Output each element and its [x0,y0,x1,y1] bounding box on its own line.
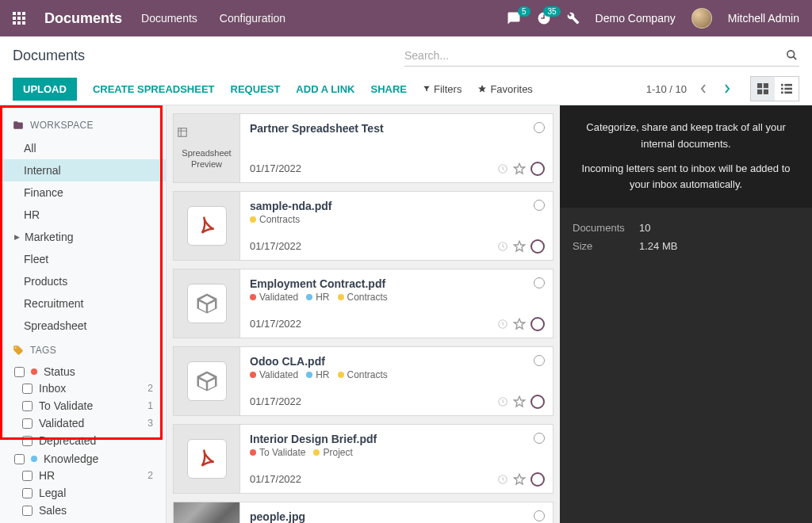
svg-rect-19 [781,92,783,94]
sidebar-item-marketing[interactable]: ▶Marketing [0,226,166,248]
checkbox[interactable] [22,436,33,446]
doc-thumb [174,502,240,523]
search-icon[interactable] [784,49,799,61]
color-dot-icon [306,372,312,378]
tag-item[interactable]: Deprecated [0,432,166,449]
checkbox[interactable] [22,488,33,498]
sidebar-item-internal[interactable]: Internal [0,159,166,181]
select-radio[interactable] [534,433,545,444]
tags-section-head: TAGS [0,337,166,362]
star-icon[interactable] [513,162,526,175]
page-title: Documents [13,48,85,64]
doc-card[interactable]: Employment Contract.pdf ValidatedHRContr… [173,269,553,338]
color-dot-icon [31,368,37,375]
tag-count: 2 [147,383,153,394]
share-button[interactable]: SHARE [371,83,408,95]
svg-rect-18 [784,88,792,90]
view-switch [750,76,799,101]
create-spreadsheet-button[interactable]: CREATE SPREADSHEET [93,83,215,95]
checkbox[interactable] [22,401,33,411]
pager-next-icon[interactable] [720,80,734,97]
activities-icon[interactable]: 35 [537,11,551,25]
sidebar-item-products[interactable]: Products [0,270,166,292]
checkbox[interactable] [22,471,33,481]
side-panel-intro: Categorize, share and keep track of all … [560,105,812,208]
favorites-toggle[interactable]: Favorites [477,83,532,95]
content-list: Spreadsheet Preview Partner Spreadsheet … [167,105,560,523]
tools-icon[interactable] [567,12,580,25]
user-name[interactable]: Mitchell Admin [728,12,799,25]
doc-card[interactable]: Spreadsheet Preview Partner Spreadsheet … [173,113,553,183]
sidebar-item-fleet[interactable]: Fleet [0,248,166,270]
view-kanban-icon[interactable] [751,77,775,101]
owner-avatar-icon[interactable] [530,395,545,409]
pager-prev-icon[interactable] [696,80,710,97]
doc-card[interactable]: sample-nda.pdf Contracts 01/17/2022 [173,191,553,261]
svg-rect-0 [13,12,16,15]
star-icon[interactable] [513,473,526,486]
clock-icon[interactable] [497,319,508,330]
brand-title: Documents [44,10,122,27]
checkbox[interactable] [22,418,33,429]
sidebar-item-all[interactable]: All [0,137,166,159]
view-list-icon[interactable] [775,77,799,101]
select-radio[interactable] [534,122,545,133]
tag-item[interactable]: Validated3 [0,414,166,432]
star-icon[interactable] [513,318,526,330]
apps-grid-icon[interactable] [13,12,25,25]
owner-avatar-icon[interactable] [530,472,545,487]
clock-icon[interactable] [497,396,508,407]
side-panel-stats: Documents 10 Size 1.24 MB [560,208,812,266]
select-radio[interactable] [534,510,545,521]
tag-item[interactable]: Inbox2 [0,380,166,397]
tag-group[interactable]: Knowledge [0,449,166,467]
sidebar-item-finance[interactable]: Finance [0,181,166,204]
company-name[interactable]: Demo Company [596,12,676,25]
nav-documents[interactable]: Documents [141,12,197,25]
select-radio[interactable] [534,277,545,288]
doc-name: Interior Design Brief.pdf [250,433,543,445]
checkbox[interactable] [22,384,33,394]
checkbox[interactable] [22,506,33,516]
request-button[interactable]: REQUEST [231,83,281,95]
doc-card[interactable]: Interior Design Brief.pdf To ValidatePro… [173,424,553,494]
tag-group[interactable]: Status [0,362,166,380]
sidebar-item-recruitment[interactable]: Recruitment [0,292,166,315]
doc-tag: HR [306,292,329,303]
tag-item[interactable]: HR2 [0,467,166,484]
sidebar-item-label: Spreadsheet [24,319,86,332]
checkbox[interactable] [14,454,25,464]
doc-name: sample-nda.pdf [250,200,543,212]
doc-card[interactable]: people.jpg [173,502,553,523]
add-link-button[interactable]: ADD A LINK [296,83,354,95]
upload-button[interactable]: UPLOAD [13,78,77,101]
sidebar-item-spreadsheet[interactable]: Spreadsheet [0,315,166,337]
select-radio[interactable] [534,355,545,366]
tag-item[interactable]: Legal [0,484,166,502]
select-radio[interactable] [534,200,545,211]
owner-avatar-icon[interactable] [530,317,545,331]
star-icon[interactable] [513,395,526,408]
clock-icon[interactable] [497,241,508,252]
doc-tag: To Validate [250,447,305,458]
doc-card[interactable]: Odoo CLA.pdf ValidatedHRContracts 01/17/… [173,346,553,416]
avatar[interactable] [691,8,712,29]
star-icon[interactable] [513,240,526,253]
tag-item[interactable]: Sales [0,502,166,519]
tag-item[interactable]: To Validate1 [0,397,166,414]
doc-name: Partner Spreadsheet Test [250,122,543,135]
nav-configuration[interactable]: Configuration [220,12,285,25]
owner-avatar-icon[interactable] [530,162,545,176]
clock-icon[interactable] [497,163,508,174]
search-input[interactable] [404,48,784,63]
tag-count: 3 [147,418,153,429]
sidebar-item-hr[interactable]: HR [0,204,166,226]
filters-toggle[interactable]: Filters [423,83,462,95]
svg-rect-13 [757,90,762,94]
messages-icon[interactable]: 5 [507,11,521,25]
svg-rect-7 [17,21,21,25]
owner-avatar-icon[interactable] [530,239,545,254]
clock-icon[interactable] [497,474,508,485]
color-dot-icon [250,372,256,378]
checkbox[interactable] [14,367,25,377]
